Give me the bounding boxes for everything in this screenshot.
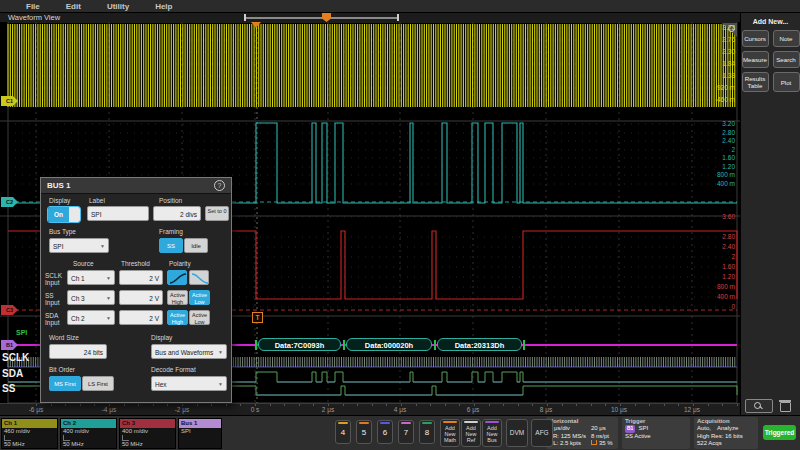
sclk-threshold-input[interactable]: 2 V [119, 270, 163, 285]
add-button-label: Add New Math [441, 423, 459, 445]
time-axis-tick [226, 404, 227, 406]
display-slot-button-7[interactable]: 7 [398, 420, 414, 444]
menu-file[interactable]: File [26, 2, 40, 11]
ss-active-high-button[interactable]: Active High [167, 290, 188, 305]
acquisition-panel[interactable]: Acquisition Auto,Analyze High Res: 16 bi… [694, 417, 758, 449]
set-to-zero-button[interactable]: Set to 0 [205, 206, 229, 221]
time-axis-tick [693, 404, 694, 406]
sidebar-button-note[interactable]: Note [773, 30, 800, 47]
framing-ss-button[interactable]: SS [159, 238, 183, 253]
rising-edge-button[interactable] [167, 270, 187, 285]
horizontal-trigger-position: 35 % [599, 440, 613, 446]
trigger-position-icon [591, 440, 597, 445]
sidebar-button-measure[interactable]: Measure [742, 51, 769, 68]
bus1-dialog[interactable]: BUS 1 ? Display Label Position On SPI 2 … [40, 177, 232, 403]
word-size-label: Word Size [49, 334, 79, 341]
time-axis-tick [620, 404, 621, 406]
horizontal-resolution: 8 ns/pt [591, 433, 609, 441]
horizontal-scale: 2 μs/div [549, 425, 591, 433]
add-new-ref-button[interactable]: Add New Ref [461, 419, 481, 447]
bus-decode-box[interactable]: Data:20313Dh [437, 338, 522, 351]
display-slot-button-5[interactable]: 5 [356, 420, 372, 444]
sda-active-high-button[interactable]: Active High [167, 310, 188, 325]
record-view-bar[interactable] [245, 17, 398, 19]
scale-label-ch1: 460 m [717, 96, 735, 104]
channel-badge-ch-1[interactable]: Ch 1460 m/div50 MHz [1, 418, 58, 449]
sda-source-dropdown[interactable]: Ch 2▼ [67, 310, 115, 325]
trash-button[interactable] [779, 399, 791, 411]
position-input[interactable]: 2 divs [153, 206, 201, 221]
trigger-source-badge: B1 [625, 425, 635, 433]
bus-type-dropdown[interactable]: SPI▼ [49, 238, 109, 253]
bus1-dialog-header[interactable]: BUS 1 ? [41, 178, 231, 194]
scale-label-ch2: 2 [731, 146, 735, 154]
time-axis-tick [94, 404, 95, 406]
bus-decode-box[interactable]: Data:7C0093h [258, 338, 341, 351]
ss-source-dropdown[interactable]: Ch 3▼ [67, 290, 115, 305]
zoom-tool-button[interactable] [745, 399, 773, 413]
time-axis-tick [372, 404, 373, 406]
sclk-source-dropdown[interactable]: Ch 1▼ [67, 270, 115, 285]
time-axis-tick [328, 404, 329, 406]
sidebar-button-search[interactable]: Search [773, 51, 800, 68]
time-axis-tick [270, 404, 271, 406]
sidebar-button-plot[interactable]: Plot [773, 72, 800, 92]
acquisition-title: Acquisition [697, 418, 755, 425]
display-mode-dropdown[interactable]: Bus and Waveforms▼ [151, 344, 227, 359]
scale-label-ch2: 800 m [717, 171, 735, 179]
display-slot-button-4[interactable]: 4 [335, 420, 351, 444]
bus-frame-separator-icon [343, 340, 345, 350]
menu-utility[interactable]: Utility [107, 2, 129, 11]
display-toggle[interactable]: On [47, 206, 81, 223]
time-axis-tick [182, 404, 183, 406]
trigger-panel[interactable]: Trigger B1SPI SS Active [622, 417, 690, 449]
help-icon[interactable]: ? [214, 180, 225, 191]
time-axis-tick [708, 404, 709, 406]
waveform-view-tab[interactable]: Waveform View [8, 13, 60, 22]
ms-first-button[interactable]: MS First [49, 376, 81, 391]
menu-edit[interactable]: Edit [66, 2, 81, 11]
time-axis-label: 6 μs [459, 406, 487, 413]
menu-help[interactable]: Help [155, 2, 172, 11]
sda-active-low-button[interactable]: Active Low [189, 310, 210, 325]
time-axis-tick [357, 404, 358, 406]
label-input[interactable]: SPI [87, 206, 149, 221]
add-new-bus-button[interactable]: Add New Bus [482, 419, 502, 447]
word-size-input[interactable]: 24 bits [49, 344, 107, 359]
sidebar-button-cursors[interactable]: Cursors [742, 30, 769, 47]
scale-label-ch2: 1.60 [722, 154, 735, 162]
scale-label-ch1: 920 m [717, 84, 735, 92]
channel-badge-bus-1[interactable]: Bus 1SPI [178, 418, 222, 449]
afg-button[interactable]: AFG [531, 419, 553, 447]
trigger-title: Trigger [625, 418, 687, 425]
trigger-condition: SS Active [625, 433, 687, 441]
channel-badge-ch-2[interactable]: Ch 2400 m/div50 MHz [60, 418, 117, 449]
bus-decode-box[interactable]: Data:000020h [346, 338, 432, 351]
falling-edge-button[interactable] [189, 270, 209, 285]
time-axis-label: -6 μs [22, 406, 50, 413]
trigger-position-icon[interactable] [251, 22, 261, 28]
display-slot-button-8[interactable]: 8 [419, 420, 435, 444]
time-axis-label: 10 μs [605, 406, 633, 413]
horizontal-window: 20 μs [591, 425, 606, 433]
ss-threshold-input[interactable]: 2 V [119, 290, 163, 305]
chevron-down-icon: ▼ [106, 311, 111, 326]
horizontal-panel[interactable]: Horizontal 2 μs/div20 μs SR: 125 MS/s8 n… [546, 417, 618, 449]
display-slot-button-6[interactable]: 6 [377, 420, 393, 444]
channel-badge-ch-3[interactable]: Ch 3400 m/div50 MHz [119, 418, 176, 449]
framing-idle-button[interactable]: Idle [184, 238, 208, 253]
decode-format-dropdown[interactable]: Hex▼ [151, 376, 227, 391]
sda-threshold-input[interactable]: 2 V [119, 310, 163, 325]
display-mode-value: Bus and Waveforms [155, 349, 213, 356]
bus-frame-separator-icon [523, 340, 525, 350]
add-new-math-button[interactable]: Add New Math [440, 419, 460, 447]
sidebar-button-results-table[interactable]: Results Table [742, 72, 769, 92]
ls-first-button[interactable]: LS First [82, 376, 114, 391]
source-column-header: Source [73, 260, 94, 267]
time-axis-tick [197, 404, 198, 406]
dvm-button[interactable]: DVM [506, 419, 528, 447]
ss-active-low-button[interactable]: Active Low [189, 290, 210, 305]
slot-number: 5 [357, 424, 371, 442]
position-label: Position [159, 197, 182, 204]
display-mode-label: Display [151, 334, 172, 341]
